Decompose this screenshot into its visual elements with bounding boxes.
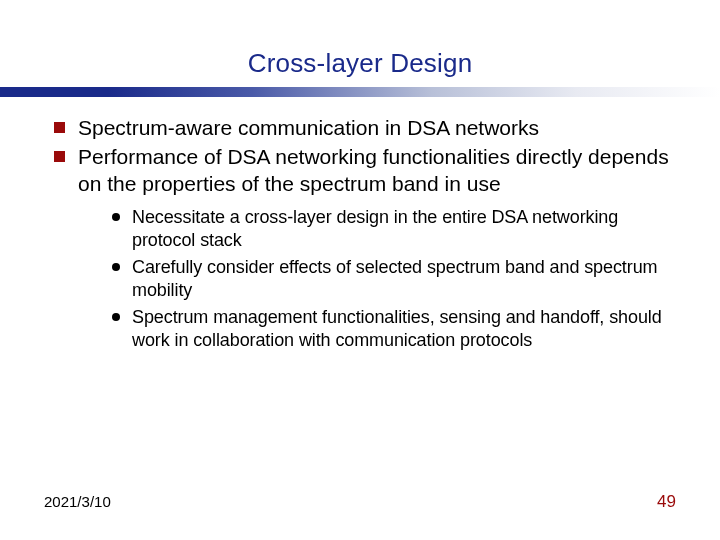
title-rule — [0, 87, 720, 97]
bullet-item: Spectrum-aware communication in DSA netw… — [48, 115, 672, 142]
title-area: Cross-layer Design — [44, 48, 676, 79]
content-area: Spectrum-aware communication in DSA netw… — [44, 115, 676, 352]
sub-bullet-list: Necessitate a cross-layer design in the … — [112, 206, 672, 352]
footer-date: 2021/3/10 — [44, 493, 111, 510]
sub-bullet-item: Necessitate a cross-layer design in the … — [112, 206, 672, 252]
bullet-text: Performance of DSA networking functional… — [78, 145, 669, 195]
slide: Cross-layer Design Spectrum-aware commun… — [0, 0, 720, 540]
footer: 2021/3/10 49 — [44, 492, 676, 512]
bullet-item: Performance of DSA networking functional… — [48, 144, 672, 352]
sub-bullet-text: Carefully consider effects of selected s… — [132, 257, 657, 300]
sub-bullet-text: Necessitate a cross-layer design in the … — [132, 207, 618, 250]
bullet-text: Spectrum-aware communication in DSA netw… — [78, 116, 539, 139]
sub-bullet-item: Spectrum management functionalities, sen… — [112, 306, 672, 352]
slide-title: Cross-layer Design — [44, 48, 676, 79]
sub-bullet-text: Spectrum management functionalities, sen… — [132, 307, 662, 350]
sub-bullet-item: Carefully consider effects of selected s… — [112, 256, 672, 302]
page-number: 49 — [657, 492, 676, 512]
bullet-list: Spectrum-aware communication in DSA netw… — [48, 115, 672, 352]
